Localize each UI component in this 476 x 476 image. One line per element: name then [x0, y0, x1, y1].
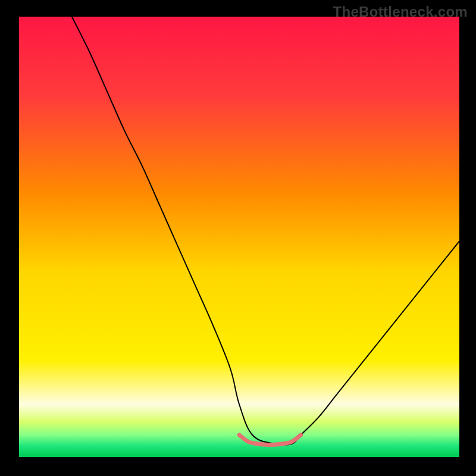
plot-area: [19, 17, 459, 457]
chart-frame: TheBottleneck.com: [0, 0, 476, 476]
gradient-background: [19, 17, 459, 457]
watermark-text: TheBottleneck.com: [333, 4, 468, 20]
chart-svg: [19, 17, 459, 457]
